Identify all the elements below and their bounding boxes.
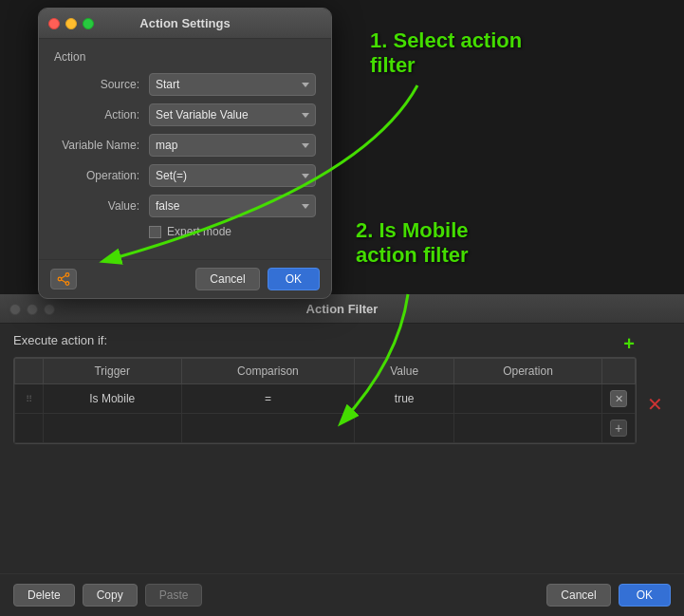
col-comparison-header: Comparison [181, 359, 355, 384]
footer-right-buttons: Cancel OK [546, 584, 671, 607]
trigger-cell[interactable]: Is Mobile [44, 384, 182, 414]
operation-select[interactable]: Set(=) [149, 164, 316, 187]
row-delete-button[interactable]: ✕ [610, 390, 627, 407]
svg-line-4 [62, 280, 66, 283]
filter-body: Execute action if: + Trigger Comparison … [0, 324, 684, 454]
value-cell[interactable]: true [355, 384, 454, 414]
variable-name-label: Variable Name: [54, 139, 149, 152]
col-drag [15, 359, 44, 384]
close-button[interactable] [48, 18, 60, 29]
table-row: ⠿ Is Mobile = true ✕ [15, 384, 636, 414]
dialog-body: Action Source: Start Action: Set Variabl… [39, 39, 331, 259]
dialog-footer: Cancel OK [39, 259, 331, 298]
delete-button[interactable]: Delete [13, 584, 75, 607]
side-delete-icon[interactable]: ✕ [647, 395, 663, 414]
expert-mode-row: Expert mode [149, 225, 316, 238]
row-delete-cell: ✕ [602, 384, 636, 414]
source-row: Source: Start [54, 73, 316, 96]
action-row: Action: Set Variable Value [54, 103, 316, 126]
filter-traffic-lights [9, 304, 55, 315]
filter-table-container: Trigger Comparison Value Operation ⠿ [13, 357, 637, 444]
empty-operation[interactable] [454, 414, 602, 443]
paste-button[interactable]: Paste [145, 584, 203, 607]
variable-name-select[interactable]: map [149, 134, 316, 157]
footer-left-buttons: Delete Copy Paste [13, 584, 202, 607]
drag-handle-icon[interactable]: ⠿ [26, 394, 32, 404]
filter-close-btn[interactable] [9, 304, 21, 315]
action-label: Action: [54, 108, 149, 121]
empty-value[interactable] [355, 414, 454, 443]
svg-line-3 [62, 275, 66, 278]
col-operation-header: Operation [454, 359, 602, 384]
empty-trigger[interactable] [44, 414, 182, 443]
share-button[interactable] [50, 269, 77, 289]
row-add-button[interactable]: + [610, 420, 627, 437]
value-label: Value: [54, 199, 149, 213]
cancel-button[interactable]: Cancel [195, 268, 259, 290]
expert-mode-checkbox[interactable] [149, 226, 161, 238]
annotation-1: 1. Select actionfilter [370, 28, 522, 79]
value-select[interactable]: false [149, 195, 316, 217]
dialog-title: Action Settings [139, 16, 230, 30]
col-trigger-header: Trigger [44, 359, 182, 384]
traffic-lights [48, 18, 94, 29]
action-filter-dialog: Action Filter Execute action if: + Trigg… [0, 294, 684, 616]
action-settings-dialog: Action Settings Action Source: Start Act… [38, 8, 332, 299]
action-select[interactable]: Set Variable Value [149, 103, 316, 126]
copy-button[interactable]: Copy [83, 584, 138, 607]
svg-point-1 [65, 282, 69, 286]
filter-titlebar: Action Filter [0, 295, 684, 324]
filter-minimize-btn[interactable] [27, 304, 38, 315]
comparison-cell[interactable]: = [181, 384, 355, 414]
expert-mode-label: Expert mode [167, 225, 231, 238]
annotation-2: 2. Is Mobileaction filter [356, 218, 469, 269]
maximize-button[interactable] [83, 18, 94, 29]
ok-button[interactable]: OK [268, 268, 320, 290]
filter-maximize-btn[interactable] [44, 304, 55, 315]
action-section-label: Action [54, 50, 316, 64]
operation-label: Operation: [54, 169, 149, 182]
svg-point-0 [65, 273, 69, 277]
execute-label: Execute action if: [13, 333, 671, 347]
add-filter-button[interactable]: + [623, 334, 635, 353]
empty-drag [15, 414, 44, 443]
source-select[interactable]: Start [149, 73, 316, 96]
col-value-header: Value [355, 359, 454, 384]
variable-name-row: Variable Name: map [54, 134, 316, 157]
empty-comparison[interactable] [181, 414, 355, 443]
filter-table: Trigger Comparison Value Operation ⠿ [14, 358, 636, 443]
dialog-titlebar: Action Settings [39, 9, 331, 39]
footer-cancel-button[interactable]: Cancel [546, 584, 610, 607]
empty-row: + [15, 414, 636, 443]
filter-footer: Delete Copy Paste Cancel OK [0, 573, 684, 616]
source-label: Source: [54, 78, 149, 91]
operation-row: Operation: Set(=) [54, 164, 316, 187]
minimize-button[interactable] [65, 18, 77, 29]
drag-handle-cell: ⠿ [15, 384, 44, 414]
operation-cell[interactable] [454, 384, 602, 414]
value-row: Value: false [54, 195, 316, 217]
filter-title: Action Filter [306, 302, 379, 316]
footer-ok-button[interactable]: OK [619, 584, 671, 607]
empty-add-cell: + [602, 414, 636, 443]
col-controls [602, 359, 636, 384]
